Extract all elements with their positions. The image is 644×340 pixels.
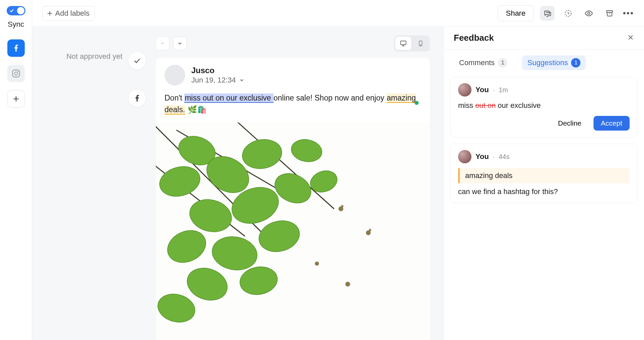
instagram-icon (11, 69, 21, 78)
approve-button[interactable] (128, 52, 146, 69)
chevron-down-icon (177, 41, 183, 46)
tab-comments[interactable]: Comments 1 (454, 55, 513, 70)
post-body[interactable]: Don't miss out on our exclusive online s… (156, 89, 430, 123)
eye-icon (584, 9, 593, 18)
svg-point-2 (17, 71, 18, 72)
next-post-button[interactable] (173, 37, 187, 50)
comment-time: 44s (499, 153, 509, 161)
svg-point-1 (14, 72, 17, 75)
close-icon (627, 34, 634, 41)
comments-count-badge: 1 (498, 58, 507, 67)
device-desktop-button[interactable] (395, 37, 411, 50)
suggestions-count-badge: 1 (571, 58, 580, 67)
device-toggle (394, 35, 430, 51)
chevron-up-icon (160, 41, 165, 46)
chat-icon (543, 9, 551, 17)
instagram-channel-button[interactable] (7, 65, 25, 82)
svg-point-27 (315, 262, 319, 266)
post-avatar (165, 65, 185, 86)
suggestion-author: You (475, 86, 489, 94)
feedback-panel: Feedback Comments 1 Suggestions 1 (443, 27, 644, 340)
tab-suggestions[interactable]: Suggestions 1 (522, 55, 586, 70)
suggestion-time: 1m (499, 86, 508, 94)
preview-button[interactable] (581, 6, 596, 21)
svg-point-8 (420, 45, 421, 45)
user-avatar (458, 83, 471, 97)
chevron-down-icon (239, 77, 244, 83)
facebook-icon (133, 94, 141, 103)
top-bar: Add labels Share ••• (32, 0, 644, 27)
comment-card[interactable]: You · 44s amazing deals can we find a ha… (450, 144, 637, 203)
archive-icon (606, 9, 614, 17)
device-mobile-button[interactable] (413, 37, 429, 50)
svg-point-4 (587, 12, 590, 14)
post-datetime[interactable]: Jun 19, 12:34 (191, 76, 244, 84)
feedback-title: Feedback (454, 33, 494, 43)
post-preview-card: Jusco Jun 19, 12:34 Don't miss out on ou… (156, 58, 430, 340)
add-labels-text: Add labels (55, 9, 90, 18)
svg-rect-5 (607, 11, 613, 12)
prev-post-button[interactable] (156, 37, 169, 50)
left-rail: Sync (0, 0, 32, 340)
feedback-panel-toggle[interactable] (540, 6, 555, 21)
user-avatar (458, 150, 471, 163)
comment-author: You (475, 152, 489, 161)
sync-toggle[interactable] (7, 6, 25, 15)
decline-suggestion-button[interactable]: Decline (551, 116, 588, 131)
close-feedback-button[interactable] (627, 33, 634, 43)
plus-icon (13, 96, 19, 102)
sync-label: Sync (8, 20, 24, 29)
facebook-icon (11, 43, 21, 53)
mobile-icon (417, 40, 424, 47)
post-author: Jusco (191, 66, 244, 75)
clock-dashed-icon (564, 9, 572, 17)
desktop-icon (400, 40, 407, 47)
add-labels-button[interactable]: Add labels (42, 6, 95, 21)
share-button[interactable]: Share (498, 5, 534, 21)
add-channel-button[interactable] (7, 90, 25, 108)
post-channel-facebook[interactable] (128, 90, 146, 107)
presence-indicator (415, 101, 419, 105)
history-button[interactable] (561, 6, 575, 21)
comment-text: can we find a hashtag for this? (458, 187, 630, 196)
facebook-channel-button[interactable] (7, 39, 25, 57)
approval-status-text: Not approved yet (66, 52, 122, 61)
archive-button[interactable] (602, 6, 617, 21)
check-icon (133, 57, 141, 65)
accept-suggestion-button[interactable]: Accept (594, 116, 630, 131)
svg-rect-6 (401, 41, 406, 45)
more-menu-button[interactable]: ••• (623, 8, 634, 18)
suggestion-card[interactable]: You · 1m miss out on our exclusive Decli… (450, 77, 637, 138)
comment-quote: amazing deals (458, 168, 630, 183)
suggestion-text: miss out on our exclusive (458, 101, 630, 110)
post-image (156, 123, 430, 340)
plus-icon (47, 11, 52, 16)
svg-rect-0 (12, 70, 19, 77)
svg-point-28 (345, 282, 350, 287)
suggestion-highlight[interactable]: miss out on our exclusive (184, 94, 274, 103)
